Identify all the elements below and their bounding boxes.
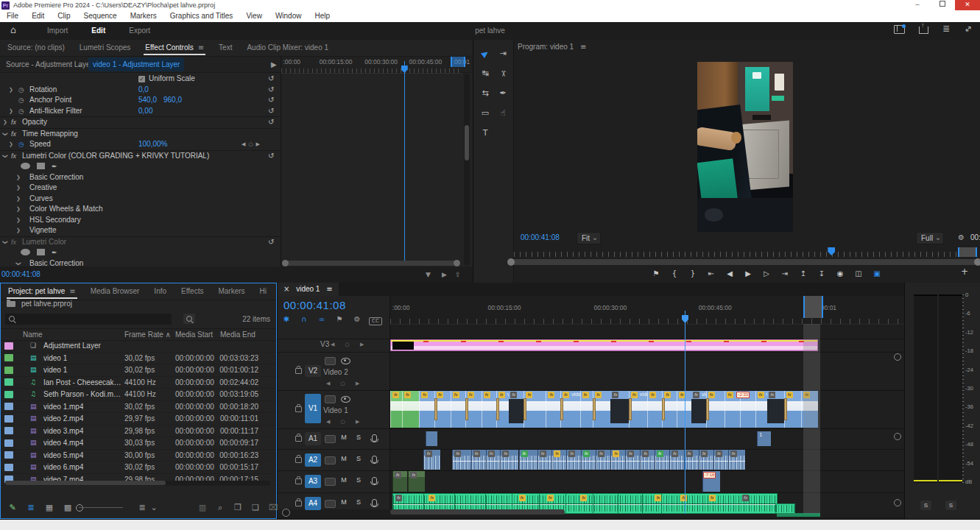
clip-audio-segment[interactable]: fx xyxy=(655,450,669,470)
chevron-right-icon[interactable]: ▶ xyxy=(271,57,277,72)
clip-audio-segment[interactable]: fx xyxy=(566,450,581,470)
label-color-swatch[interactable] xyxy=(4,464,13,471)
track-target-a2[interactable]: A2 xyxy=(305,453,321,467)
clip-video-segment[interactable]: fxvideo xyxy=(755,391,768,428)
rubber-band[interactable] xyxy=(453,461,470,462)
solo-track-button[interactable]: S xyxy=(354,498,363,506)
column-header-media-end[interactable]: Media End xyxy=(220,329,255,340)
track-lane-v1[interactable]: fxfxfxfxfxfxfxfxvideofxfxfxfxvideofxfxfx… xyxy=(390,390,904,428)
twirl-closed-icon[interactable]: ❯ xyxy=(16,225,21,236)
settings-wrench-icon[interactable]: ⚙ xyxy=(958,230,965,246)
timeline-tracks-area[interactable]: :00:0000:00:15:0000:00:30:0000:00:45:000… xyxy=(390,296,904,517)
twirl-open-icon[interactable]: ❯ xyxy=(0,240,10,244)
project-item-video-2-mp4[interactable]: ▤video 2.mp429,97 fps00:00:00:0000:00:11… xyxy=(1,413,276,425)
clip-audio-segment[interactable]: fx xyxy=(728,450,745,470)
sort-chevron-icon[interactable]: ⌄ xyxy=(148,498,160,517)
transition-marker[interactable] xyxy=(629,398,632,420)
rubber-band[interactable] xyxy=(611,461,625,462)
insert-as-nest-icon[interactable]: ✱ xyxy=(281,315,292,323)
menu-help[interactable]: Help xyxy=(308,10,336,22)
lock-icon[interactable] xyxy=(295,457,302,463)
vertical-scroll-dot[interactable] xyxy=(894,433,901,440)
export-frame-button[interactable]: ◉ xyxy=(833,266,847,281)
rubber-band[interactable] xyxy=(655,461,669,462)
label-color-swatch[interactable] xyxy=(4,367,13,374)
program-ruler[interactable] xyxy=(514,247,974,257)
transition-marker[interactable] xyxy=(434,398,437,420)
slip-tool[interactable]: ⇆ xyxy=(479,87,492,100)
solo-right-button[interactable]: S xyxy=(945,501,956,510)
mute-track-button[interactable]: M xyxy=(339,498,348,506)
zoom-slider[interactable] xyxy=(79,507,123,508)
clip-audio-segment[interactable]: fx xyxy=(610,450,625,470)
playback-resolution-dropdown[interactable]: Full xyxy=(916,232,944,244)
rectangle-tool[interactable]: ▭ xyxy=(479,107,492,120)
icon-view-button[interactable]: ▦ xyxy=(43,498,55,517)
search-in-bin-button[interactable] xyxy=(183,314,195,324)
label-color-swatch[interactable] xyxy=(4,427,13,434)
twirl-closed-icon[interactable]: ❯ xyxy=(9,85,13,96)
twirl-closed-icon[interactable]: ❯ xyxy=(16,172,21,183)
find-button[interactable]: ⌕ xyxy=(214,498,226,517)
hand-tool[interactable]: ☝ xyxy=(496,107,510,120)
panel-tab-text[interactable]: Text xyxy=(211,40,239,56)
effect-value[interactable]: 100,00% xyxy=(138,139,167,150)
rubber-band[interactable] xyxy=(626,461,640,462)
minimize-button[interactable]: – xyxy=(905,0,930,10)
next-keyframe-icon[interactable]: ▶ xyxy=(256,141,263,147)
project-item-video-1[interactable]: ▤video 130,02 fps00:00:00:0000:01:00:12 xyxy=(1,364,276,377)
clip-audio-segment[interactable]: fx xyxy=(669,450,684,470)
writable-project-icon[interactable]: ✎ xyxy=(7,498,18,517)
source-patch-icon[interactable] xyxy=(325,478,336,486)
clip-audio-segment[interactable]: fx xyxy=(537,450,552,470)
lift-button[interactable]: ↥ xyxy=(796,266,811,281)
go-to-out-button[interactable]: ⇥ xyxy=(778,266,792,281)
clip-audio-segment[interactable]: fx xyxy=(551,450,566,470)
selection-tool[interactable]: ▶ xyxy=(476,44,494,63)
vertical-scroll-dot[interactable] xyxy=(894,353,901,361)
label-color-swatch[interactable] xyxy=(4,439,13,447)
ellipse-mask-icon[interactable] xyxy=(21,249,30,255)
clip-audio-segment[interactable]: fx xyxy=(713,450,728,470)
effect-value[interactable]: 0,00 xyxy=(138,106,152,117)
twirl-closed-icon[interactable]: ❯ xyxy=(16,204,21,215)
type-tool[interactable]: T xyxy=(479,127,492,140)
menu-edit[interactable]: Edit xyxy=(25,10,51,22)
track-target-v2[interactable]: V2 xyxy=(305,365,321,377)
panel-tab-source-no-clips[interactable]: Source: (no clips) xyxy=(0,40,72,56)
pen-mask-icon[interactable]: ✒ xyxy=(52,161,57,172)
clip-audio[interactable]: fx xyxy=(408,471,424,492)
panel-tab-audio-clip-mixer-video-1[interactable]: Audio Clip Mixer: video 1 xyxy=(239,40,336,56)
clip-video-segment[interactable]: fx xyxy=(451,391,465,428)
checkbox[interactable]: ✓ xyxy=(138,76,145,82)
add-keyframe-icon[interactable]: ○ xyxy=(248,141,255,147)
workspace-switcher-icon[interactable] xyxy=(894,25,905,34)
project-item-video-4-mp4[interactable]: ▤video 4.mp430,03 fps00:00:00:0000:00:09… xyxy=(1,437,276,450)
track-lane-v3[interactable] xyxy=(390,339,904,351)
effect-value[interactable]: 960,0 xyxy=(163,95,182,106)
track-name[interactable]: Video 2 xyxy=(323,368,348,376)
go-to-in-button[interactable]: ⇤ xyxy=(704,266,719,281)
search-input[interactable] xyxy=(5,314,172,325)
clip-video-segment[interactable]: fx xyxy=(580,391,593,428)
twirl-closed-icon[interactable]: ❯ xyxy=(16,183,21,194)
label-color-swatch[interactable] xyxy=(4,451,13,459)
mark-in-button[interactable]: { xyxy=(667,266,682,281)
transition-marker[interactable] xyxy=(784,398,787,420)
mark-out-button[interactable]: } xyxy=(685,266,700,281)
timeline-horizontal-scrollbar[interactable] xyxy=(390,509,565,515)
item-name[interactable]: video 3.mp4 xyxy=(43,425,83,437)
rubber-band[interactable] xyxy=(567,461,581,462)
panel-tab-effect-controls[interactable]: Effect Controls≡ xyxy=(138,40,211,56)
clip-audio-segment[interactable]: fx xyxy=(596,450,610,470)
mute-track-button[interactable]: M xyxy=(339,455,348,462)
keyframe-nav-icons[interactable]: ◀ ○ ▶ xyxy=(326,381,364,386)
reset-effect-icon[interactable]: ↺ xyxy=(268,237,274,248)
clip-audio-speed[interactable]: -7:18 xyxy=(702,471,720,492)
panel-menu-icon[interactable]: ≡ xyxy=(69,287,75,295)
track-lane-v2[interactable] xyxy=(390,352,904,389)
reset-effect-icon[interactable]: ↺ xyxy=(268,74,274,85)
clip-audio-segment[interactable]: fx xyxy=(640,450,655,470)
twirl-open-icon[interactable]: ❯ xyxy=(0,154,10,158)
timeline-timecode[interactable]: 00:00:41:08 xyxy=(283,299,346,311)
